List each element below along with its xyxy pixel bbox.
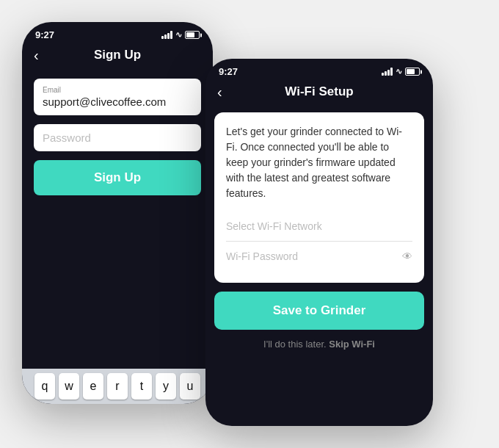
signup-time: 9:27 <box>35 29 54 40</box>
key-e[interactable]: e <box>83 373 103 400</box>
signup-phone: 9:27 ∿ ‹ Sign Up Email support@clivecoff… <box>22 22 213 404</box>
wifi-setup-phone: 9:27 ∿ ‹ Wi-Fi Setup Let's get your grin… <box>205 59 433 426</box>
wifi-signal-wifi-icon: ∿ <box>396 67 402 76</box>
wifi-status-icons: ∿ <box>382 67 420 76</box>
network-placeholder: Select Wi-Fi Network <box>226 220 322 232</box>
key-u[interactable]: u <box>180 373 200 400</box>
signup-nav: ‹ Sign Up <box>22 43 213 67</box>
password-field[interactable]: Password <box>34 124 201 151</box>
wifi-back-button[interactable]: ‹ <box>217 84 222 101</box>
wifi-nav: ‹ Wi-Fi Setup <box>205 80 433 104</box>
signup-status-bar: 9:27 ∿ <box>22 22 213 43</box>
wifi-password-field[interactable]: Wi-Fi Password 👁 <box>226 242 412 271</box>
save-to-grinder-button[interactable]: Save to Grinder <box>214 292 424 330</box>
wifi-time: 9:27 <box>219 66 238 77</box>
email-label: Email <box>43 86 192 94</box>
key-t[interactable]: t <box>131 373 152 400</box>
signup-title: Sign Up <box>94 48 141 62</box>
network-select[interactable]: Select Wi-Fi Network <box>226 212 412 242</box>
wifi-input-group: Select Wi-Fi Network Wi-Fi Password 👁 <box>226 212 412 271</box>
key-r[interactable]: r <box>107 373 128 400</box>
signup-back-button[interactable]: ‹ <box>34 47 39 64</box>
wifi-description: Let's get your grinder connected to Wi-F… <box>226 124 412 201</box>
key-w[interactable]: w <box>59 373 79 400</box>
signup-content: Email support@clivecoffee.com Password S… <box>22 67 213 207</box>
wifi-battery-icon <box>405 68 420 76</box>
wifi-card: Let's get your grinder connected to Wi-F… <box>214 112 424 283</box>
signup-status-icons: ∿ <box>161 30 200 40</box>
wifi-icon: ∿ <box>175 30 182 40</box>
wifi-signal-icon <box>382 68 393 76</box>
skip-wifi-link[interactable]: Skip Wi-Fi <box>329 339 375 350</box>
wifi-password-placeholder: Wi-Fi Password <box>226 250 298 262</box>
wifi-title: Wi-Fi Setup <box>285 84 353 99</box>
battery-icon <box>185 31 200 39</box>
skip-text-container: I'll do this later. Skip Wi-Fi <box>205 339 433 360</box>
email-field[interactable]: Email support@clivecoffee.com <box>34 79 201 115</box>
key-y[interactable]: y <box>156 373 176 400</box>
signup-button[interactable]: Sign Up <box>34 160 201 195</box>
skip-prefix: I'll do this later. <box>263 339 329 350</box>
wifi-status-bar: 9:27 ∿ <box>205 59 433 80</box>
eye-icon[interactable]: 👁 <box>402 250 412 262</box>
signal-icon <box>161 31 172 39</box>
keyboard: q w e r t y u <box>22 369 213 404</box>
email-value: support@clivecoffee.com <box>43 95 192 108</box>
key-q[interactable]: q <box>34 373 55 400</box>
password-placeholder: Password <box>43 131 192 144</box>
